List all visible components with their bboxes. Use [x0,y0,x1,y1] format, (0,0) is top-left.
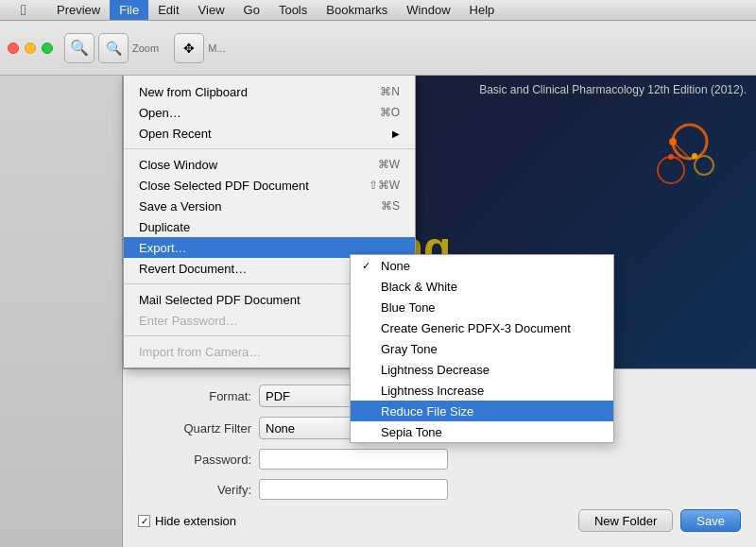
svg-point-8 [692,153,697,159]
minimize-button[interactable] [25,43,36,54]
decorative-graphic [614,104,728,220]
quartz-filter-label: Quartz Filter [138,421,251,436]
menu-close-pdf[interactable]: Close Selected PDF Document ⇧⌘W [124,175,415,196]
move-button[interactable]: ✥ [174,33,204,63]
svg-point-0 [673,125,707,159]
verify-label: Verify: [138,483,251,497]
zoom-in-icon: 🔍 [106,41,122,56]
menu-bar: Preview File Edit View Go Tools Bookmark… [47,0,504,20]
menu-new-from-clipboard[interactable]: New from Clipboard ⌘N [124,81,415,102]
quartz-option-label: Reduce File Size [381,404,473,419]
quartz-option-1[interactable]: Black & White [351,276,613,297]
menu-edit[interactable]: Edit [148,0,188,20]
dialog-bottom-bar: ✓ Hide extension New Folder Save [138,509,741,532]
content-area: atzung ers evor Basic an [0,76,756,547]
menu-open-recent[interactable]: Open Recent ▶ [124,123,415,144]
quartz-option-6[interactable]: Lightness Increase [351,380,613,401]
sidebar [0,76,123,547]
svg-point-6 [669,138,677,145]
apple-menu[interactable]:  [0,2,47,19]
quartz-option-0[interactable]: ✓None [351,255,613,276]
quartz-option-label: Create Generic PDFX-3 Document [381,321,571,335]
quartz-option-label: Lightness Decrease [381,363,490,377]
quartz-option-2[interactable]: Blue Tone [351,297,613,317]
svg-point-7 [668,154,674,160]
menu-file[interactable]: File [110,0,148,20]
new-folder-button[interactable]: New Folder [578,509,673,532]
hide-extension-label: Hide extension [155,514,236,528]
password-row: Password: [138,449,741,470]
format-label: Format: [138,389,251,403]
menu-save-version[interactable]: Save a Version ⌘S [124,196,415,216]
menu-bookmarks[interactable]: Bookmarks [317,0,397,20]
traffic-lights [8,43,53,54]
menu-close-window[interactable]: Close Window ⌘W [124,154,415,175]
maximize-button[interactable] [42,43,53,54]
menu-help[interactable]: Help [460,0,505,20]
quartz-option-5[interactable]: Lightness Decrease [351,359,613,380]
quartz-option-label: Sepia Tone [381,425,442,439]
quartz-option-label: Black & White [381,280,457,294]
move-icon: ✥ [183,41,195,56]
toolbar: 🔍 🔍 Zoom ✥ M... [0,21,756,76]
password-label: Password: [138,453,251,467]
checkmark-icon: ✓ [362,260,377,272]
menu-open[interactable]: Open… ⌘O [124,102,415,123]
dialog-buttons: New Folder Save [578,509,741,532]
zoom-label: Zoom [132,43,159,54]
verify-row: Verify: [138,479,741,500]
quartz-dropdown: ✓NoneBlack & WhiteBlue ToneCreate Generi… [350,254,614,443]
menu-preview[interactable]: Preview [47,0,110,20]
quartz-option-7[interactable]: Reduce File Size [351,401,613,421]
svg-point-2 [695,156,713,175]
zoom-in-button[interactable]: 🔍 [98,33,129,63]
menu-window[interactable]: Window [397,0,459,20]
app-window:  Preview File Edit View Go Tools Bookma… [0,0,756,547]
menu-tools[interactable]: Tools [269,0,317,20]
close-button[interactable] [8,43,19,54]
quartz-option-3[interactable]: Create Generic PDFX-3 Document [351,317,613,338]
hide-extension-wrap: ✓ Hide extension [138,514,236,528]
svg-point-1 [658,157,684,183]
quartz-option-4[interactable]: Gray Tone [351,338,613,359]
menu-view[interactable]: View [189,0,234,20]
submenu-arrow-icon: ▶ [392,128,400,139]
quartz-option-label: Lightness Increase [381,384,484,398]
quartz-option-8[interactable]: Sepia Tone [351,421,613,442]
quartz-option-label: Gray Tone [381,342,438,356]
password-input[interactable] [259,449,448,470]
verify-input[interactable] [259,479,448,500]
quartz-option-label: None [381,259,410,273]
menu-go[interactable]: Go [234,0,269,20]
menu-divider-1 [124,148,415,149]
save-button[interactable]: Save [680,509,741,532]
move-label: M... [208,43,225,54]
quartz-option-label: Blue Tone [381,300,436,315]
menu-section-new: New from Clipboard ⌘N Open… ⌘O Open Rece… [124,79,415,145]
hide-extension-checkbox[interactable]: ✓ [138,515,150,527]
document-title: Basic and Clinical Pharmacology 12th Edi… [479,83,747,96]
zoom-out-button[interactable]: 🔍 [64,33,94,63]
title-bar:  Preview File Edit View Go Tools Bookma… [0,0,756,21]
menu-duplicate[interactable]: Duplicate [124,216,415,237]
zoom-out-icon: 🔍 [70,39,89,57]
